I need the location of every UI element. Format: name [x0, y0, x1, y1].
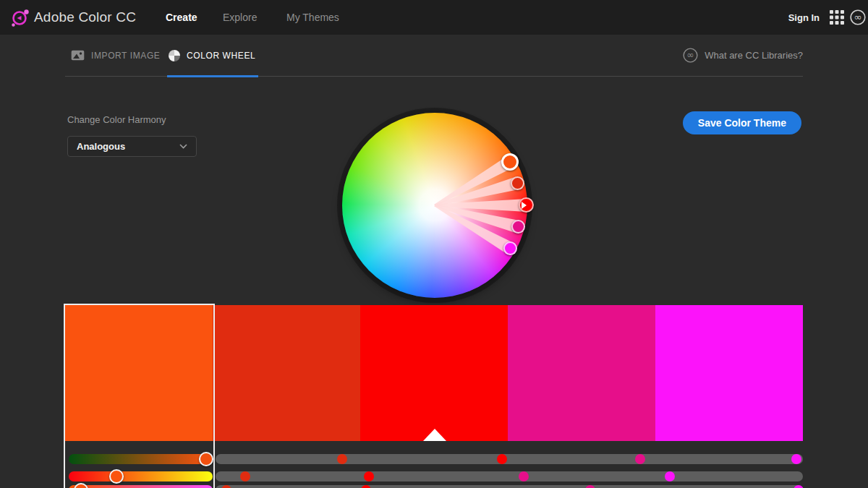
- color-wheel[interactable]: [342, 113, 527, 298]
- wheel-marker-4[interactable]: [511, 220, 525, 234]
- slider-dot[interactable]: [497, 454, 507, 464]
- svg-text:∞: ∞: [854, 12, 862, 22]
- wheel-marker-base[interactable]: [519, 197, 534, 213]
- red-slider-handle[interactable]: [199, 452, 213, 466]
- slider-dot[interactable]: [519, 471, 529, 481]
- adobe-color-logo-icon[interactable]: [10, 8, 30, 27]
- tab-color-wheel[interactable]: COLOR WHEEL: [169, 35, 255, 76]
- slider-dot[interactable]: [635, 454, 645, 464]
- slider-dot[interactable]: [337, 454, 347, 464]
- base-color-indicator: [423, 429, 446, 441]
- collapsed-green-track[interactable]: [216, 471, 803, 481]
- collapsed-red-track[interactable]: [216, 454, 803, 464]
- tab-bar: IMPORT IMAGE COLOR WHEEL ∞ What are CC L…: [65, 35, 803, 77]
- swatch-row: [65, 305, 803, 441]
- slider-dot[interactable]: [791, 454, 801, 464]
- green-slider-handle[interactable]: [109, 469, 124, 484]
- swatch-5[interactable]: [655, 305, 803, 441]
- collapsed-blue-track[interactable]: [216, 485, 803, 488]
- svg-text:∞: ∞: [687, 49, 694, 60]
- creative-cloud-icon[interactable]: ∞: [850, 9, 866, 25]
- green-channel-slider[interactable]: [69, 471, 213, 481]
- nav-my-themes[interactable]: My Themes: [286, 12, 339, 23]
- harmony-label: Change Color Harmony: [67, 114, 166, 125]
- active-tab-underline: [167, 75, 258, 77]
- wheel-marker-5[interactable]: [503, 241, 517, 255]
- wheel-marker-selected[interactable]: [501, 153, 519, 171]
- adobe-color-cc-app: Adobe Color CC Create Explore My Themes …: [0, 0, 868, 488]
- nav-explore[interactable]: Explore: [223, 12, 257, 23]
- nav-create[interactable]: Create: [166, 12, 197, 23]
- apps-grid-icon[interactable]: [830, 10, 844, 25]
- color-wheel-icon: [169, 50, 180, 61]
- save-color-theme-button[interactable]: Save Color Theme: [683, 111, 801, 134]
- chevron-down-icon: [179, 144, 187, 149]
- top-bar: Adobe Color CC Create Explore My Themes …: [0, 0, 868, 35]
- creative-cloud-outline-icon: ∞: [683, 48, 698, 63]
- slider-dot[interactable]: [240, 471, 250, 481]
- wheel-marker-2[interactable]: [511, 176, 524, 190]
- tab-import-label: IMPORT IMAGE: [91, 51, 160, 61]
- tab-wheel-label: COLOR WHEEL: [187, 51, 255, 61]
- cc-libraries-label: What are CC Libraries?: [705, 50, 803, 61]
- blue-slider-handle[interactable]: [74, 483, 88, 488]
- swatch-1[interactable]: [65, 305, 213, 441]
- red-channel-slider[interactable]: [69, 454, 213, 464]
- blue-channel-slider[interactable]: [69, 485, 213, 488]
- slider-dot[interactable]: [665, 471, 675, 481]
- base-marker-arrow-icon: [522, 202, 527, 209]
- slider-dot[interactable]: [793, 485, 804, 488]
- image-icon: [71, 50, 85, 61]
- harmony-value: Analogous: [77, 141, 125, 152]
- swatch-2[interactable]: [213, 305, 360, 441]
- tab-import-image[interactable]: IMPORT IMAGE: [71, 35, 160, 76]
- swatch-4[interactable]: [508, 305, 655, 441]
- sign-in-button[interactable]: Sign In: [788, 12, 820, 23]
- slider-dot[interactable]: [364, 471, 374, 481]
- swatch-3[interactable]: [360, 305, 508, 441]
- cc-libraries-link[interactable]: ∞ What are CC Libraries?: [683, 35, 803, 76]
- app-title: Adobe Color CC: [34, 9, 136, 25]
- harmony-dropdown[interactable]: Analogous: [67, 136, 197, 157]
